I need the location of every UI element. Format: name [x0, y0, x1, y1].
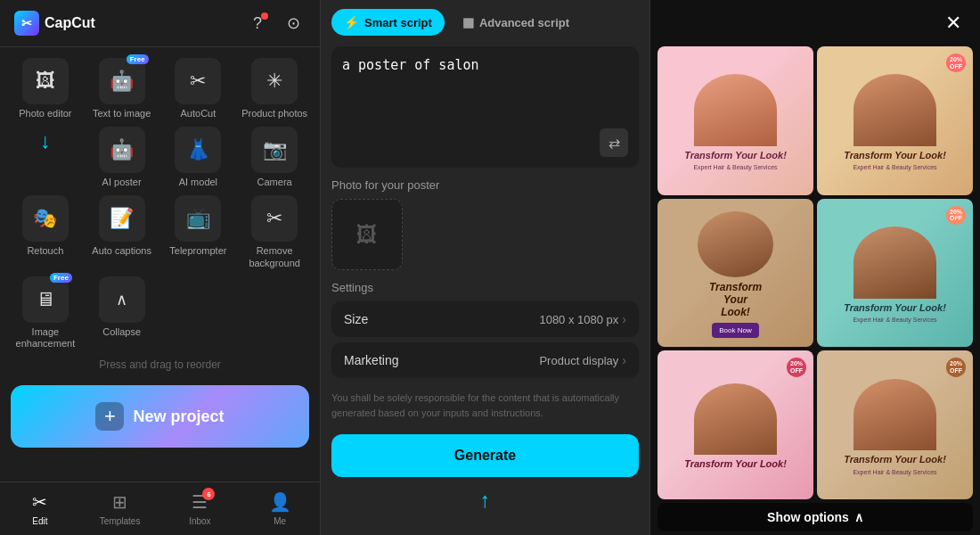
- down-arrow-icon: ↓: [40, 128, 51, 153]
- app-name: CapCut: [45, 15, 95, 31]
- up-arrow-icon: ↑: [480, 488, 491, 513]
- advanced-script-icon: ▦: [462, 15, 474, 29]
- camera-icon: 📷: [251, 127, 298, 173]
- show-options-label: Show options: [767, 510, 849, 524]
- tool-teleprompter[interactable]: 📺 Teleprompter: [164, 195, 233, 268]
- chevron-up-icon: ∧: [854, 510, 863, 524]
- close-button[interactable]: ✕: [941, 11, 966, 36]
- poster-subtitle-6: Expert Hair & Beauty Services: [853, 469, 936, 475]
- smart-script-tab[interactable]: ⚡ Smart script: [331, 9, 445, 36]
- product-photos-icon: ✳: [251, 58, 298, 104]
- tool-autocut[interactable]: ✂ AutoCut: [164, 58, 233, 119]
- new-project-button[interactable]: + New project: [11, 385, 309, 448]
- nav-me[interactable]: 👤 Me: [240, 482, 320, 535]
- poster-title-4: Transform Your Look!: [844, 302, 946, 314]
- ai-model-icon: 👗: [175, 127, 221, 173]
- nav-edit[interactable]: ✂ Edit: [0, 482, 80, 535]
- poster-image-4: [853, 226, 936, 299]
- poster-badge-2: 20%OFF: [946, 54, 966, 72]
- poster-subtitle-2: Expert Hair & Beauty Services: [853, 164, 936, 170]
- nav-inbox[interactable]: ☰ 6 Inbox: [160, 482, 241, 535]
- inbox-badge: 6: [202, 488, 215, 500]
- poster-card-6[interactable]: 20%OFF Transform Your Look! Expert Hair …: [817, 350, 973, 499]
- script-tabs: ⚡ Smart script ▦ Advanced script: [321, 0, 649, 36]
- tool-auto-captions[interactable]: 📝 Auto captions: [87, 195, 157, 268]
- nav-edit-label: Edit: [32, 516, 47, 526]
- nav-templates[interactable]: ⊞ Templates: [80, 482, 160, 535]
- size-value: 1080 x 1080 px ›: [539, 312, 626, 326]
- poster-card-4[interactable]: 20%OFF Transform Your Look! Expert Hair …: [817, 199, 973, 348]
- settings-section: Settings Size 1080 x 1080 px › Marketing…: [331, 281, 639, 383]
- help-button[interactable]: ?: [245, 11, 270, 36]
- poster-image-2: [853, 74, 936, 146]
- settings-icon: ⊙: [287, 13, 300, 33]
- tool-image-enhancement[interactable]: 🖥 Free Image enhancement: [11, 276, 80, 350]
- tool-product-photos[interactable]: ✳ Product photos: [240, 58, 309, 119]
- prompt-area: a poster of salon ⇄: [331, 46, 639, 168]
- inbox-icon: ☰ 6: [192, 491, 208, 513]
- free-badge: Free: [127, 54, 149, 64]
- drag-hint: Press and drag to reorder: [0, 353, 320, 378]
- prompt-input[interactable]: a poster of salon: [342, 57, 628, 121]
- marketing-setting-row[interactable]: Marketing Product display ›: [331, 342, 639, 378]
- poster-subtitle-4: Expert Hair & Beauty Services: [853, 317, 936, 323]
- poster-image-5: [694, 383, 777, 456]
- camera-label: Camera: [257, 177, 292, 188]
- auto-captions-icon: 📝: [99, 195, 145, 242]
- marketing-value: Product display ›: [539, 353, 626, 367]
- book-now-btn-3[interactable]: Book Now: [712, 323, 758, 338]
- remove-bg-icon: ✂: [251, 195, 298, 242]
- prompt-actions: ⇄: [342, 128, 628, 157]
- tool-text-to-image[interactable]: 🤖 Free Text to image: [87, 58, 157, 119]
- photo-section-label: Photo for your poster: [321, 178, 649, 199]
- size-chevron-icon: ›: [622, 312, 626, 326]
- tool-ai-poster[interactable]: 🤖 AI poster: [87, 127, 157, 188]
- photo-upload-button[interactable]: 🖼: [331, 199, 403, 270]
- new-project-plus-icon: +: [95, 402, 124, 431]
- show-options-button[interactable]: Show options ∧: [657, 503, 973, 531]
- tool-remove-background[interactable]: ✂ Remove background: [240, 195, 309, 268]
- shuffle-button[interactable]: ⇄: [600, 128, 628, 157]
- poster-card-5[interactable]: 20%OFF Transform Your Look!: [657, 350, 813, 499]
- new-project-label: New project: [133, 407, 224, 426]
- tool-camera[interactable]: 📷 Camera: [240, 127, 309, 188]
- poster-card-2[interactable]: 20%OFF Transform Your Look! Expert Hair …: [817, 46, 973, 195]
- tool-retouch[interactable]: 🎭 Retouch: [11, 195, 80, 268]
- teleprompter-icon: 📺: [175, 195, 221, 242]
- poster-inner-4: 20%OFF Transform Your Look! Expert Hair …: [817, 199, 973, 348]
- poster-inner-5: 20%OFF Transform Your Look!: [657, 350, 813, 499]
- close-icon: ✕: [945, 12, 961, 35]
- retouch-label: Retouch: [27, 245, 63, 257]
- right-panel: ✕ Transform Your Look! Expert Hair & Bea…: [650, 0, 980, 535]
- image-enhance-icon: 🖥 Free: [22, 276, 69, 323]
- poster-card-3[interactable]: TransformYourLook! Book Now: [657, 199, 813, 348]
- poster-title-1: Transform Your Look!: [684, 150, 787, 161]
- poster-inner-3: TransformYourLook! Book Now: [657, 199, 813, 348]
- retouch-icon: 🎭: [22, 195, 69, 242]
- image-enhance-label: Image enhancement: [11, 326, 80, 350]
- ai-model-label: AI model: [179, 177, 217, 188]
- text-to-image-icon: 🤖 Free: [99, 58, 145, 104]
- tool-ai-model[interactable]: 👗 AI model: [164, 127, 233, 188]
- edit-icon: ✂: [32, 491, 47, 513]
- poster-image-6: [853, 379, 936, 451]
- poster-image-1: [694, 74, 777, 146]
- poster-card-1[interactable]: Transform Your Look! Expert Hair & Beaut…: [657, 46, 813, 195]
- generate-button[interactable]: Generate: [331, 434, 639, 477]
- tool-photo-editor[interactable]: 🖼 Photo editor: [11, 58, 80, 119]
- ai-poster-icon: 🤖: [99, 127, 145, 173]
- shuffle-icon: ⇄: [608, 135, 620, 152]
- advanced-script-tab[interactable]: ▦ Advanced script: [450, 9, 582, 36]
- nav-inbox-label: Inbox: [189, 516, 210, 526]
- me-icon: 👤: [269, 491, 291, 513]
- collapse-button[interactable]: ∧ Collapse: [87, 276, 157, 350]
- right-header: ✕: [650, 0, 980, 46]
- poster-badge-6: 20%OFF: [946, 358, 966, 376]
- marketing-chevron-icon: ›: [622, 353, 626, 367]
- app-logo: ✂ CapCut: [14, 11, 95, 36]
- top-bar-right: ? ⊙: [245, 11, 306, 36]
- size-setting-row[interactable]: Size 1080 x 1080 px ›: [331, 301, 639, 337]
- poster-grid: Transform Your Look! Expert Hair & Beaut…: [650, 46, 980, 499]
- photo-editor-label: Photo editor: [19, 108, 71, 119]
- settings-button[interactable]: ⊙: [281, 11, 306, 36]
